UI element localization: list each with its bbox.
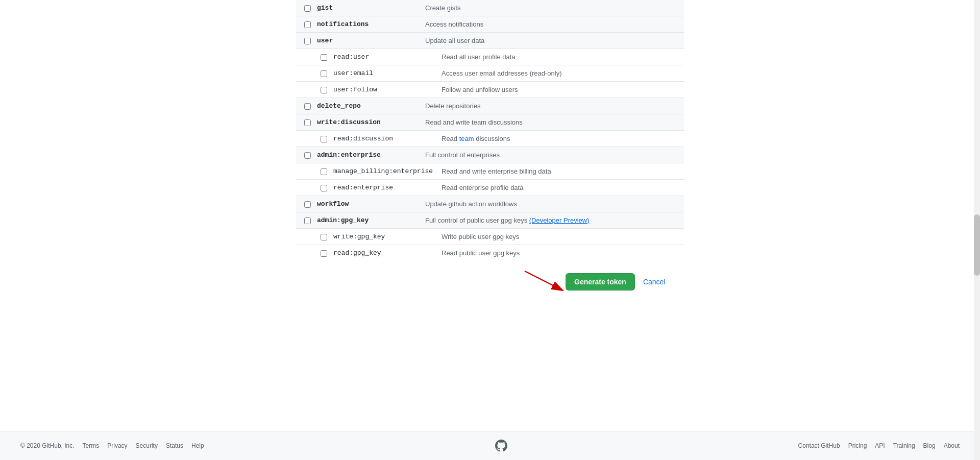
scope-desc-label: Create gists: [425, 4, 676, 12]
scope-name-label: workflow: [317, 200, 419, 208]
scope-child-name-label: read:enterprise: [333, 184, 435, 191]
footer-security[interactable]: Security: [136, 442, 158, 449]
scope-parent-row: admin:enterpriseFull control of enterpri…: [296, 147, 684, 163]
scope-name-label: admin:enterprise: [317, 151, 419, 159]
scope-child-row: read:discussionRead team discussions: [296, 131, 684, 147]
scrollbar-thumb[interactable]: [974, 214, 980, 276]
scope-parent-row: notificationsAccess notifications: [296, 16, 684, 33]
scope-child-row: user:emailAccess user email addresses (r…: [296, 65, 684, 82]
checkbox-write_gpg_key[interactable]: [321, 234, 327, 240]
page-wrapper: gistCreate gistsnotificationsAccess noti…: [0, 0, 980, 460]
scope-desc-label: Delete repositories: [425, 102, 676, 110]
dev-preview-link[interactable]: (Developer Preview): [529, 216, 590, 224]
checkbox-read_user[interactable]: [321, 54, 327, 61]
scope-name-label: notifications: [317, 20, 419, 28]
scope-desc-label: Full control of enterprises: [425, 151, 676, 159]
scope-child-name-label: read:gpg_key: [333, 249, 435, 257]
cancel-link[interactable]: Cancel: [643, 278, 666, 286]
scope-child-desc-label: Read team discussions: [442, 135, 676, 142]
checkbox-user_follow[interactable]: [321, 87, 327, 93]
scope-table-container: gistCreate gistsnotificationsAccess noti…: [296, 0, 684, 410]
footer-blog[interactable]: Blog: [923, 442, 936, 449]
scope-parent-row: admin:gpg_keyFull control of public user…: [296, 212, 684, 229]
checkbox-admin_gpg_key[interactable]: [304, 217, 311, 224]
scope-child-name-label: user:follow: [333, 86, 435, 93]
scope-child-desc-label: Follow and unfollow users: [442, 86, 676, 93]
checkbox-admin_enterprise[interactable]: [304, 152, 311, 159]
checkbox-read_discussion[interactable]: [321, 136, 327, 142]
scope-child-row: manage_billing:enterpriseRead and write …: [296, 163, 684, 180]
scope-child-name-label: read:user: [333, 53, 435, 61]
scope-list: gistCreate gistsnotificationsAccess noti…: [296, 0, 684, 261]
github-logo-icon: [495, 440, 507, 452]
scope-child-desc-label: Access user email addresses (read-only): [442, 69, 676, 77]
footer-status[interactable]: Status: [166, 442, 183, 449]
svg-line-1: [525, 271, 563, 290]
checkbox-read_gpg_key[interactable]: [321, 250, 327, 257]
scope-name-label: write:discussion: [317, 118, 419, 126]
checkbox-read_enterprise[interactable]: [321, 185, 327, 191]
scope-child-name-label: read:discussion: [333, 135, 435, 142]
footer: © 2020 GitHub, Inc. Terms Privacy Securi…: [0, 431, 980, 460]
scope-name-label: delete_repo: [317, 102, 419, 110]
team-link[interactable]: team: [459, 135, 474, 142]
footer-api[interactable]: API: [875, 442, 885, 449]
checkbox-workflow[interactable]: [304, 201, 311, 208]
scope-child-row: user:followFollow and unfollow users: [296, 82, 684, 98]
scope-child-desc-label: Read and write enterprise billing data: [442, 167, 676, 175]
actions-area: Generate token Cancel: [566, 273, 684, 290]
scope-desc-label: Read and write team discussions: [425, 118, 676, 126]
checkbox-user_email[interactable]: [321, 70, 327, 77]
scope-child-desc-label: Read all user profile data: [442, 53, 676, 61]
scope-parent-row: delete_repoDelete repositories: [296, 98, 684, 114]
scope-parent-row: gistCreate gists: [296, 0, 684, 16]
scope-child-name-label: manage_billing:enterprise: [333, 167, 435, 175]
checkbox-delete_repo[interactable]: [304, 103, 311, 110]
scope-desc-label: Access notifications: [425, 20, 676, 28]
scope-child-desc-label: Write public user gpg keys: [442, 233, 676, 240]
scope-child-row: read:userRead all user profile data: [296, 49, 684, 65]
scope-name-label: admin:gpg_key: [317, 216, 419, 224]
main-content: gistCreate gistsnotificationsAccess noti…: [0, 0, 980, 431]
generate-token-button[interactable]: Generate token: [566, 273, 635, 290]
scope-child-name-label: user:email: [333, 69, 435, 77]
scope-parent-row: write:discussionRead and write team disc…: [296, 114, 684, 131]
scope-child-name-label: write:gpg_key: [333, 233, 435, 240]
copyright: © 2020 GitHub, Inc.: [20, 442, 75, 449]
scope-child-row: read:gpg_keyRead public user gpg keys: [296, 245, 684, 261]
checkbox-manage_billing_enterprise[interactable]: [321, 168, 327, 175]
scope-desc-label: Update all user data: [425, 37, 676, 44]
footer-privacy[interactable]: Privacy: [107, 442, 127, 449]
footer-center: [495, 440, 507, 452]
checkbox-gist[interactable]: [304, 5, 311, 12]
footer-right: Contact GitHub Pricing API Training Blog…: [798, 442, 960, 449]
scrollbar-track[interactable]: [974, 0, 980, 460]
checkbox-write_discussion[interactable]: [304, 119, 311, 126]
footer-about[interactable]: About: [944, 442, 960, 449]
footer-pricing[interactable]: Pricing: [848, 442, 867, 449]
scope-child-desc-label: Read public user gpg keys: [442, 249, 676, 257]
footer-contact-github[interactable]: Contact GitHub: [798, 442, 840, 449]
footer-help[interactable]: Help: [191, 442, 204, 449]
footer-left: © 2020 GitHub, Inc. Terms Privacy Securi…: [20, 442, 204, 449]
scope-desc-label: Full control of public user gpg keys (De…: [425, 216, 676, 224]
scope-parent-row: userUpdate all user data: [296, 33, 684, 49]
footer-terms[interactable]: Terms: [83, 442, 100, 449]
scope-desc-label: Update github action workflows: [425, 200, 676, 208]
scope-parent-row: workflowUpdate github action workflows: [296, 196, 684, 212]
scope-name-label: user: [317, 37, 419, 44]
scope-name-label: gist: [317, 4, 419, 12]
footer-training[interactable]: Training: [893, 442, 915, 449]
scope-child-row: read:enterpriseRead enterprise profile d…: [296, 180, 684, 196]
checkbox-user[interactable]: [304, 38, 311, 44]
arrow-annotation: [520, 266, 571, 298]
checkbox-notifications[interactable]: [304, 21, 311, 28]
scope-child-desc-label: Read enterprise profile data: [442, 184, 676, 191]
scope-child-row: write:gpg_keyWrite public user gpg keys: [296, 229, 684, 245]
